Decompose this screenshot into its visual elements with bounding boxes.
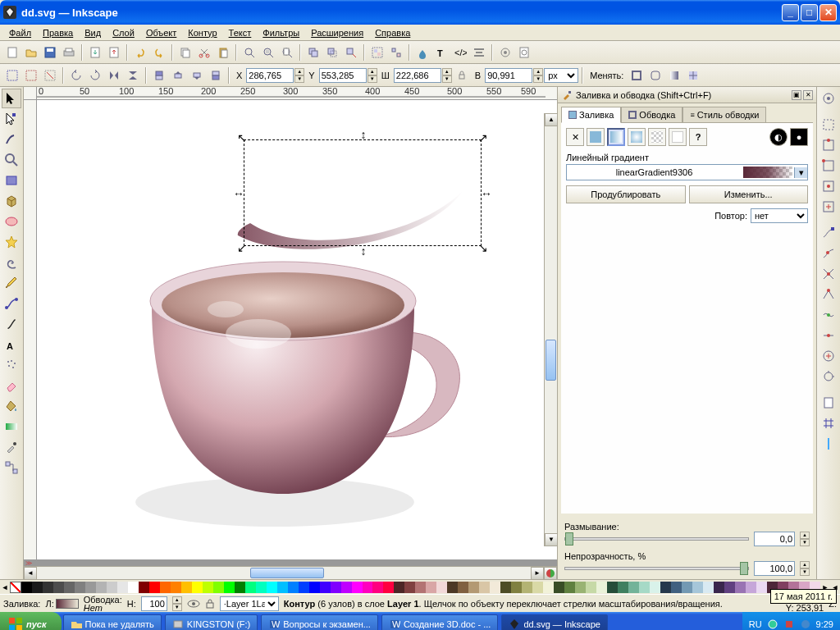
fill-radial-button[interactable] (628, 128, 646, 146)
menu-edit[interactable]: Правка (37, 26, 79, 39)
clone-button[interactable] (323, 43, 341, 62)
selector-tool[interactable] (2, 89, 21, 108)
deselect-button[interactable] (41, 66, 59, 84)
blur-input[interactable] (754, 532, 795, 546)
rotate-ccw-button[interactable] (67, 66, 85, 84)
palette-swatches[interactable] (21, 582, 820, 593)
fill-linear-button[interactable] (607, 128, 625, 146)
menu-view[interactable]: Вид (79, 26, 107, 39)
unit-select[interactable]: px (544, 68, 578, 83)
layer-select[interactable]: ·Layer 1Layer 1 (220, 596, 279, 611)
panel-undock-button[interactable]: ▣ (792, 90, 801, 100)
bezier-tool[interactable] (2, 294, 21, 313)
palette-none[interactable] (10, 582, 21, 593)
snap-page[interactable] (819, 393, 838, 413)
calligraphy-tool[interactable] (2, 314, 21, 334)
close-button[interactable]: ✕ (819, 4, 837, 21)
h-spinner[interactable]: ▲▼ (533, 68, 543, 83)
snap-midpoint[interactable] (819, 326, 838, 345)
tab-stroke-style[interactable]: ≡Стиль обводки (682, 107, 766, 122)
tray-icon-1[interactable] (767, 619, 778, 630)
rotate-cw-button[interactable] (86, 66, 104, 84)
menu-object[interactable]: Объект (140, 26, 182, 39)
tab-stroke-paint[interactable]: Обводка (621, 107, 682, 122)
print-button[interactable] (60, 43, 78, 62)
task-item-5[interactable]: dd.svg — Inkscape (501, 614, 608, 630)
opacity-spinner[interactable]: ▲▼ (800, 561, 810, 576)
select-all-button[interactable] (22, 66, 40, 84)
group-button[interactable] (368, 43, 386, 62)
scrollbar-horizontal[interactable]: ◄ ► (24, 566, 557, 579)
layer-visibility-icon[interactable] (187, 599, 200, 609)
affect-gradient-button[interactable] (665, 66, 683, 84)
connector-tool[interactable] (2, 458, 21, 477)
gradient-tool[interactable] (2, 417, 21, 436)
snap-bbox-corner[interactable] (819, 156, 838, 176)
menu-text[interactable]: Текст (223, 26, 258, 39)
paste-button[interactable] (214, 43, 232, 62)
select-all-layers-button[interactable] (3, 66, 21, 84)
spray-tool[interactable] (2, 355, 21, 375)
affect-pattern-button[interactable] (684, 66, 702, 84)
maximize-button[interactable]: □ (801, 4, 818, 21)
tweak-tool[interactable] (2, 130, 21, 149)
tray-icon-3[interactable] (800, 619, 811, 630)
text-button[interactable]: T (432, 43, 450, 62)
blur-spinner[interactable]: ▲▼ (800, 532, 810, 546)
snap-rotation[interactable] (819, 367, 838, 386)
menu-file[interactable]: Файл (3, 26, 37, 39)
raise-top-button[interactable] (150, 66, 168, 84)
snap-path[interactable] (819, 244, 838, 263)
zoom-tool[interactable] (2, 150, 21, 170)
prefs-button[interactable] (496, 43, 514, 62)
menu-layer[interactable]: Слой (107, 26, 140, 39)
opacity-input[interactable] (754, 561, 795, 576)
zoom-page-button[interactable] (278, 43, 296, 62)
tray-time[interactable]: 9:29 (816, 619, 833, 629)
snap-cusp[interactable] (819, 285, 838, 304)
w-input[interactable] (394, 68, 441, 83)
status-opacity-input[interactable] (141, 596, 167, 611)
text-tool[interactable]: A (2, 335, 21, 354)
undo-button[interactable] (131, 43, 149, 62)
menu-path[interactable]: Контур (182, 26, 222, 39)
panel-close-button[interactable]: ✕ (803, 90, 813, 100)
canvas[interactable]: ↖ ↕ ↗ ↔ ↔ ↙ ↕ ↘ ▲ ▼ (37, 100, 557, 559)
unlink-clone-button[interactable] (342, 43, 360, 62)
minimize-button[interactable]: _ (782, 4, 799, 21)
task-item-4[interactable]: WСоздание 3D.doc - ... (381, 614, 498, 630)
status-opacity-spinner[interactable]: ▲▼ (172, 596, 182, 611)
align-button[interactable] (470, 43, 488, 62)
tab-fill[interactable]: Заливка (561, 107, 621, 123)
ungroup-button[interactable] (387, 43, 405, 62)
snap-guide[interactable] (819, 434, 838, 454)
xml-button[interactable]: </> (451, 43, 469, 62)
x-spinner[interactable]: ▲▼ (294, 68, 304, 83)
fill-stroke-button[interactable] (413, 43, 431, 62)
status-fill-swatch[interactable] (56, 599, 79, 609)
zoom-drawing-button[interactable] (259, 43, 277, 62)
eraser-tool[interactable] (2, 376, 21, 395)
opacity-slider[interactable] (564, 567, 749, 570)
raise-button[interactable] (169, 66, 187, 84)
w-spinner[interactable]: ▲▼ (442, 68, 452, 83)
y-input[interactable] (319, 68, 367, 83)
fill-unknown-button[interactable]: ? (689, 128, 707, 146)
fill-flat-button[interactable] (587, 128, 605, 146)
export-button[interactable] (105, 43, 123, 62)
y-spinner[interactable]: ▲▼ (368, 68, 377, 83)
redo-button[interactable] (150, 43, 168, 62)
doc-prefs-button[interactable] (515, 43, 533, 62)
lower-button[interactable] (188, 66, 206, 84)
duplicate-gradient-button[interactable]: Продублировать (566, 185, 686, 203)
color-manage-icon[interactable] (544, 567, 557, 580)
save-button[interactable] (41, 43, 59, 62)
open-button[interactable] (22, 43, 40, 62)
task-item-1[interactable]: Пока не удалять (63, 614, 162, 630)
task-item-3[interactable]: WВопросы к экзамен... (261, 614, 378, 630)
spiral-tool[interactable] (2, 253, 21, 272)
menu-help[interactable]: Справка (369, 26, 416, 39)
cut-button[interactable] (195, 43, 213, 62)
snap-toggle[interactable] (819, 89, 838, 108)
rect-tool[interactable] (2, 171, 21, 190)
